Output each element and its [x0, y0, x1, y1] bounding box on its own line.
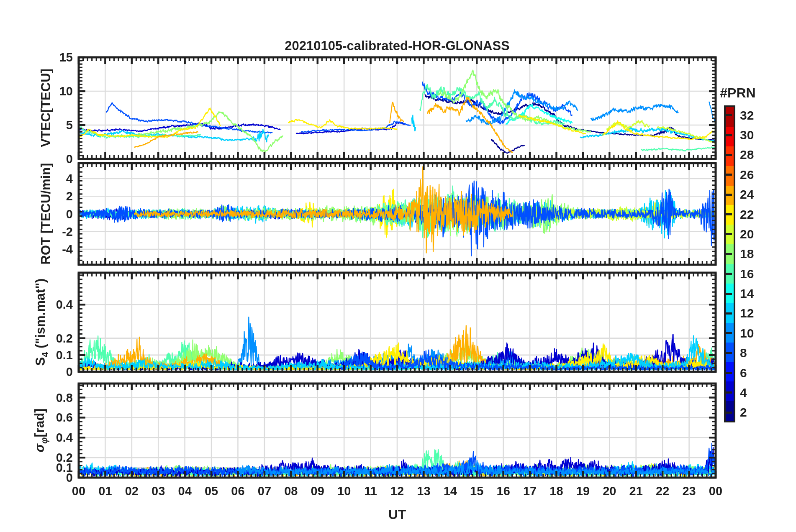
x-tick-label: 00: [72, 484, 85, 498]
y-tick-label-rot: -2: [62, 225, 73, 238]
colorbar-tick: [725, 174, 732, 176]
x-tick-label: 13: [417, 484, 430, 498]
colorbar-tick: [725, 213, 732, 215]
colorbar-tick-label: 8: [740, 346, 747, 360]
ylabel-s4-sub: 4: [40, 352, 50, 357]
colorbar-block: [726, 401, 734, 421]
x-tick-label: 20: [603, 484, 616, 498]
x-tick-label: 23: [682, 484, 696, 498]
colorbar-tick-label: 2: [740, 405, 747, 419]
colorbar-tick-label: 18: [740, 247, 754, 261]
colorbar-tick-label: 22: [740, 207, 754, 222]
y-tick-label-s4: 0.4: [56, 298, 73, 312]
x-tick-label: 19: [576, 484, 590, 498]
colorbar-tick: [725, 253, 732, 255]
y-tick-label-s4: 0.2: [56, 331, 73, 345]
x-tick-label: 14: [444, 484, 457, 498]
colorbar-tick-label: 4: [740, 386, 747, 400]
colorbar-tick-label: 26: [740, 168, 754, 182]
colorbar-tick: [725, 352, 732, 354]
colorbar-tick-label: 14: [740, 286, 754, 301]
colorbar-tick: [725, 114, 732, 116]
y-tick-label-rot: -4: [62, 243, 73, 256]
colorbar-title: #PRN: [720, 85, 755, 101]
x-tick-label: 22: [656, 484, 669, 498]
y-tick-label-vtec: 15: [59, 51, 73, 64]
colorbar-tick-label: 20: [740, 227, 754, 241]
colorbar-tick: [725, 372, 732, 374]
colorbar-tick: [725, 273, 732, 275]
colorbar-tick: [725, 332, 732, 334]
y-tick-label-vtec: 0: [66, 152, 73, 166]
plot-canvas: [0, 0, 796, 532]
y-tick-label-rot: 2: [66, 189, 73, 203]
ylabel-s4-base: S: [33, 357, 48, 366]
colorbar-tick: [725, 412, 732, 414]
colorbar-tick: [725, 312, 732, 315]
x-tick-label: 08: [284, 484, 298, 498]
y-tick-label-sigphi: 0.4: [56, 431, 73, 445]
ylabel-s4-post: ("ism.mat"): [33, 279, 48, 352]
ylabel-s4: S4 ("ism.mat"): [33, 279, 50, 366]
x-tick-label: 03: [151, 484, 165, 498]
y-tick-label-s4: 0.1: [56, 348, 73, 362]
colorbar-tick-label: 24: [740, 187, 754, 202]
x-tick-label: 05: [205, 484, 218, 498]
colorbar-tick: [725, 134, 732, 136]
x-tick-label: 16: [497, 484, 510, 498]
x-tick-label: 12: [390, 484, 404, 498]
x-tick-label: 06: [231, 484, 244, 498]
ylabel-sigma-phi: σφ[rad]: [32, 409, 49, 453]
colorbar-block: [726, 127, 734, 146]
x-tick-label: 01: [98, 484, 112, 498]
y-tick-label-rot: 0: [66, 207, 73, 221]
y-tick-label-sigphi: 0.6: [56, 411, 73, 425]
ylabel-sigma-base: σ: [32, 444, 47, 453]
colorbar-tick-label: 12: [740, 306, 754, 320]
plot-title: 20210105-calibrated-HOR-GLONASS: [285, 38, 510, 54]
colorbar-tick-label: 6: [740, 366, 747, 380]
figure: 20210105-calibrated-HOR-GLONASS VTEC[TEC…: [0, 0, 796, 532]
x-tick-label: 04: [178, 484, 192, 498]
colorbar-tick: [725, 154, 732, 156]
y-tick-label-sigphi: 0.8: [56, 391, 73, 404]
colorbar-tick-label: 28: [740, 148, 754, 162]
y-tick-label-rot: 4: [66, 171, 73, 185]
x-tick-label: 02: [125, 484, 139, 498]
colorbar-tick-label: 16: [740, 267, 754, 281]
ylabel-vtec: VTEC[TECU]: [39, 69, 54, 147]
ylabel-sigma-post: [rad]: [32, 409, 47, 437]
ylabel-vtec-text: VTEC[TECU]: [39, 69, 53, 147]
colorbar-tick-label: 30: [740, 128, 754, 142]
x-tick-label: 17: [523, 484, 537, 498]
x-tick-label: 15: [470, 484, 483, 498]
colorbar-tick: [725, 194, 732, 196]
y-tick-label-sigphi: 0.2: [56, 451, 73, 465]
x-tick-label: 07: [258, 484, 271, 498]
x-tick-label: 10: [337, 484, 351, 498]
y-tick-label-s4: 0: [66, 365, 73, 379]
y-tick-label-vtec: 5: [66, 118, 73, 132]
colorbar: [724, 105, 735, 422]
x-tick-label: 00: [709, 484, 722, 498]
colorbar-block: [726, 146, 734, 166]
x-tick-label: 11: [364, 484, 377, 498]
colorbar-tick: [725, 233, 732, 235]
colorbar-tick-label: 32: [740, 108, 754, 123]
xlabel-ut: UT: [388, 507, 406, 522]
ylabel-sigma-sub: φ: [39, 437, 49, 443]
x-tick-label: 09: [311, 484, 324, 498]
x-tick-label: 21: [629, 484, 643, 498]
ylabel-rot-text: ROT [TECU/min]: [39, 163, 53, 265]
y-tick-label-vtec: 10: [59, 84, 73, 98]
x-tick-label: 18: [549, 484, 563, 498]
ylabel-rot: ROT [TECU/min]: [39, 163, 54, 265]
colorbar-block: [726, 107, 734, 127]
colorbar-tick: [725, 293, 732, 295]
colorbar-tick-label: 10: [740, 326, 754, 340]
colorbar-tick: [725, 391, 732, 394]
